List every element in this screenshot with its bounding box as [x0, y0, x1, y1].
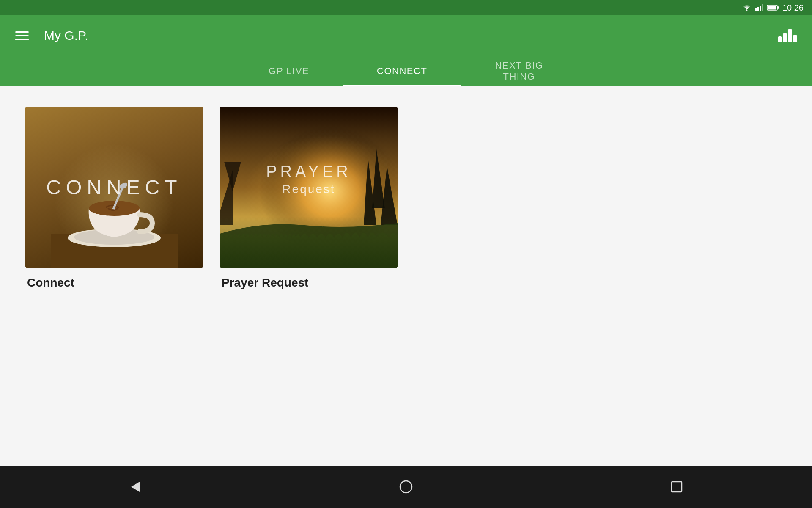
content-area: CONNECT Connect [0, 86, 812, 466]
svg-rect-17 [672, 482, 682, 492]
app-bar-left: My G.P. [15, 28, 88, 43]
connect-card-label: Connect [25, 268, 203, 293]
bar-chart-icon[interactable] [778, 29, 797, 42]
home-icon [398, 479, 414, 494]
connect-card-image: CONNECT [25, 107, 203, 268]
tab-active-indicator [343, 85, 461, 86]
coffee-cup-illustration [51, 141, 178, 268]
wifi-icon [742, 4, 752, 11]
app-title: My G.P. [44, 28, 88, 43]
status-bar: 10:26 [0, 0, 812, 15]
home-button[interactable] [389, 470, 423, 504]
recent-apps-icon [670, 480, 683, 494]
status-icons: 10:26 [742, 3, 804, 13]
svg-point-16 [400, 481, 412, 493]
svg-marker-15 [131, 482, 140, 492]
svg-rect-3 [760, 6, 761, 11]
recent-apps-button[interactable] [660, 470, 694, 504]
svg-rect-7 [768, 6, 776, 10]
prayer-text-overlay: PRAYER Request [266, 163, 351, 196]
connect-card[interactable]: CONNECT Connect [25, 107, 203, 293]
bottom-nav [0, 466, 812, 508]
tab-bar: GP LIVE CONNECT NEXT BIG THING [0, 56, 812, 86]
svg-rect-2 [757, 7, 759, 11]
tab-next-big-thing[interactable]: NEXT BIG THING [461, 56, 577, 86]
prayer-request-card[interactable]: PRAYER Request Prayer Request [220, 107, 398, 293]
connect-card-bg: CONNECT [25, 107, 203, 268]
prayer-card-title: PRAYER [266, 163, 351, 181]
svg-point-0 [746, 10, 747, 11]
signal-icon [755, 4, 764, 11]
prayer-request-card-image: PRAYER Request [220, 107, 398, 268]
svg-rect-6 [777, 6, 779, 9]
status-time: 10:26 [782, 3, 804, 13]
svg-rect-4 [762, 4, 763, 11]
back-button[interactable] [118, 470, 152, 504]
tab-connect[interactable]: CONNECT [343, 56, 461, 86]
prayer-card-bg: PRAYER Request [220, 107, 398, 268]
battery-icon [767, 4, 779, 11]
tab-gp-live[interactable]: GP LIVE [235, 56, 343, 86]
app-bar: My G.P. [0, 15, 812, 56]
menu-icon[interactable] [15, 31, 29, 40]
connect-card-overlay-text: CONNECT [46, 176, 182, 199]
back-icon [128, 479, 143, 494]
prayer-card-subtitle: Request [266, 182, 351, 196]
prayer-request-card-label: Prayer Request [220, 268, 398, 293]
cards-grid: CONNECT Connect [25, 107, 787, 293]
svg-rect-1 [755, 8, 757, 11]
